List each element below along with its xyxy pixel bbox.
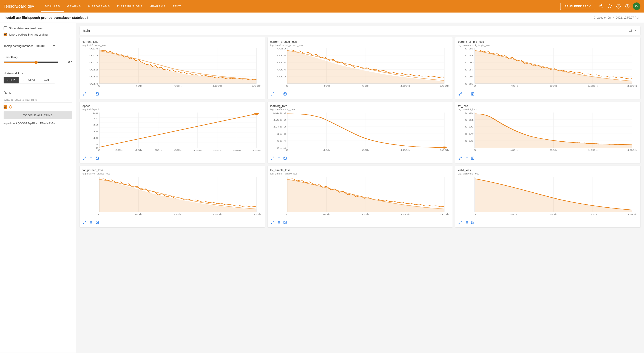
data-chart-btn[interactable] — [464, 220, 469, 225]
svg-text:40k: 40k — [323, 213, 330, 215]
svg-text:0.24: 0.24 — [89, 48, 98, 50]
chart-tag: tag: train/current_simple_loss — [458, 44, 638, 46]
settings-icon-btn[interactable] — [615, 3, 622, 10]
runs-filter-input[interactable] — [4, 97, 72, 102]
chart-svg-container: 0.10 0.08 0.06 0.04 0.02 0 40k 80k 120k … — [270, 48, 450, 89]
expand-chart-btn[interactable] — [270, 220, 275, 225]
svg-point-288 — [472, 222, 472, 222]
image-chart-btn[interactable] — [470, 156, 475, 160]
expand-chart-btn[interactable] — [270, 92, 275, 96]
run-checkbox[interactable] — [4, 105, 7, 109]
list-icon — [89, 221, 93, 224]
svg-text:120k: 120k — [400, 213, 410, 215]
svg-text:0.27: 0.27 — [465, 69, 474, 71]
svg-point-169 — [442, 147, 446, 149]
nav-distributions[interactable]: DISTRIBUTIONS — [114, 1, 146, 12]
chart-svg-container: 0.23 0.21 0.19 0.17 0.15 0 40k 80k 120k … — [458, 112, 638, 153]
data-chart-btn[interactable] — [276, 220, 281, 225]
svg-text:0.23: 0.23 — [465, 83, 474, 85]
haxis-buttons: STEP RELATIVE WALL — [4, 77, 72, 83]
run-item-row: . — [4, 105, 72, 109]
svg-line-137 — [85, 157, 86, 158]
chart-svg-container: 2.2e-3 1.8e-3 1.4e-3 1e-3 6e-4 2e-4 0 40… — [270, 112, 450, 153]
image-chart-btn[interactable] — [470, 220, 475, 225]
nav-text[interactable]: TEXT — [169, 1, 184, 12]
help-icon-btn[interactable] — [624, 3, 631, 10]
ignore-outliers-label[interactable]: Ignore outliers in chart scaling — [9, 33, 48, 36]
svg-text:120k: 120k — [588, 85, 598, 87]
tooltip-row: Tooltip sorting method: default ascendin… — [4, 44, 72, 48]
expand-chart-btn[interactable] — [458, 220, 462, 225]
svg-text:0: 0 — [286, 213, 288, 215]
image-icon — [471, 221, 474, 224]
data-chart-btn[interactable] — [276, 156, 281, 160]
chart-tag: tag: train/tot_loss — [458, 108, 638, 111]
data-chart-btn[interactable] — [89, 92, 93, 96]
svg-text:6e-4: 6e-4 — [277, 140, 286, 142]
data-chart-btn[interactable] — [464, 92, 469, 96]
nav-hparams[interactable]: HPARAMS — [146, 1, 169, 12]
share-icon-btn[interactable] — [597, 3, 604, 10]
image-chart-btn[interactable] — [95, 92, 100, 96]
charts-grid: current_loss tag: train/current_loss — [80, 37, 640, 227]
expand-chart-btn[interactable] — [458, 156, 462, 160]
experiment-name: experiment QOGSPBgsR8KzcRMmie9JGw — [4, 122, 72, 125]
tooltip-select[interactable]: default ascending descending — [36, 44, 56, 48]
svg-text:160k: 160k — [439, 213, 449, 215]
chevron-up-icon[interactable] — [634, 29, 637, 32]
image-chart-btn[interactable] — [283, 156, 287, 160]
nav-histograms[interactable]: HISTOGRAMS — [84, 1, 114, 12]
svg-text:0: 0 — [98, 85, 101, 87]
svg-text:2.2e-3: 2.2e-3 — [273, 112, 286, 114]
show-download-label[interactable]: Show data download links — [9, 27, 42, 30]
image-chart-btn[interactable] — [470, 92, 475, 96]
image-chart-btn[interactable] — [283, 220, 287, 225]
smoothing-value-input[interactable] — [61, 61, 72, 64]
refresh-icon-btn[interactable] — [606, 3, 613, 10]
chart-title: tot_simple_loss — [270, 168, 450, 172]
show-download-checkbox[interactable] — [4, 26, 7, 30]
feedback-button[interactable]: SEND FEEDBACK — [560, 3, 595, 10]
image-chart-btn[interactable] — [95, 220, 100, 225]
data-chart-btn[interactable] — [464, 156, 469, 160]
nav-scalars[interactable]: SCALARS — [41, 1, 64, 12]
show-download-row: Show data download links — [4, 26, 72, 30]
avatar[interactable]: W — [633, 2, 640, 10]
data-chart-btn[interactable] — [276, 92, 281, 96]
smoothing-slider[interactable] — [4, 61, 58, 64]
nav-graphs[interactable]: GRAPHS — [64, 1, 84, 12]
image-chart-btn[interactable] — [283, 92, 287, 96]
svg-text:120k: 120k — [400, 85, 410, 87]
data-chart-btn[interactable] — [89, 220, 93, 225]
list-icon — [277, 156, 280, 160]
chart-svg: 0 40k 80k 120k 160k — [82, 177, 262, 217]
expand-chart-btn[interactable] — [82, 220, 87, 225]
breadcrumb-bar: icefall-asr-librispeech-pruned-transduce… — [0, 12, 644, 23]
chart-svg-container: 26 22 18 14 10 6 2 0 20k 40k 60k 80k 100… — [82, 112, 262, 153]
share-icon — [598, 4, 603, 8]
chart-actions — [270, 219, 450, 225]
nav-actions: SEND FEEDBACK W — [560, 2, 640, 10]
svg-line-280 — [459, 223, 460, 224]
chart-title: learning_rate — [270, 104, 450, 108]
toggle-all-runs-button[interactable]: TOGGLE ALL RUNS — [4, 111, 72, 119]
ignore-outliers-checkbox[interactable] — [4, 33, 7, 36]
expand-chart-btn[interactable] — [270, 156, 275, 160]
data-chart-btn[interactable] — [89, 156, 93, 160]
expand-chart-btn[interactable] — [82, 156, 87, 160]
expand-chart-btn[interactable] — [82, 92, 87, 96]
image-chart-btn[interactable] — [95, 156, 100, 160]
svg-text:0.08: 0.08 — [277, 54, 286, 57]
chart-svg-container: 0 40k 80k 120k 160k — [82, 177, 262, 217]
list-icon — [465, 156, 468, 160]
haxis-wall-btn[interactable]: WALL — [40, 77, 55, 83]
smoothing-label: Smoothing — [4, 55, 72, 59]
svg-text:0: 0 — [474, 85, 476, 87]
main-layout: Show data download links Ignore outliers… — [0, 23, 644, 353]
haxis-step-btn[interactable]: STEP — [4, 77, 18, 83]
svg-line-170 — [273, 157, 274, 158]
section-count: 11 — [629, 29, 637, 32]
haxis-relative-btn[interactable]: RELATIVE — [18, 77, 40, 83]
list-icon — [465, 221, 468, 224]
expand-chart-btn[interactable] — [458, 92, 462, 96]
